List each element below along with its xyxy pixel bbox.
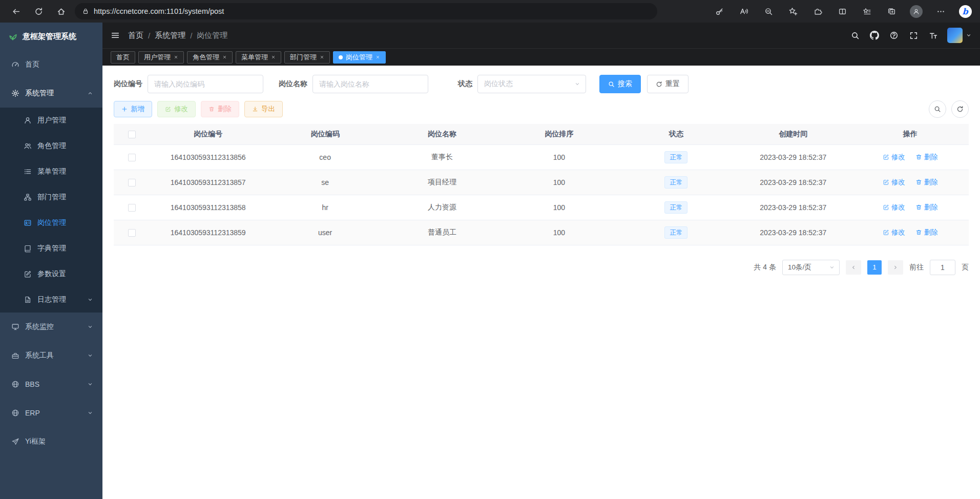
- split-screen-button[interactable]: [835, 4, 850, 19]
- next-page-button[interactable]: [888, 260, 903, 275]
- add-button[interactable]: 新增: [114, 101, 152, 117]
- zoom-button[interactable]: [761, 4, 776, 19]
- edit-button[interactable]: 修改: [157, 101, 196, 117]
- reload-button[interactable]: [30, 3, 47, 20]
- add-favorite-button[interactable]: [785, 4, 801, 19]
- page-size-select[interactable]: 10条/页: [782, 260, 840, 275]
- tab[interactable]: 首页: [111, 51, 135, 64]
- sidebar-item[interactable]: 部门管理: [0, 184, 102, 210]
- sidebar-item[interactable]: 字典管理: [0, 236, 102, 261]
- pagination: 共 4 条 10条/页 1 前往 页: [114, 260, 969, 275]
- address-bar[interactable]: https://ccnetcore.com:1101/system/post: [75, 3, 657, 19]
- row-edit-button[interactable]: 修改: [883, 228, 905, 237]
- page-number-button[interactable]: 1: [867, 260, 882, 275]
- row-checkbox[interactable]: [128, 154, 136, 161]
- favorites-button[interactable]: [859, 4, 874, 19]
- row-delete-button[interactable]: 删除: [915, 203, 938, 212]
- sidebar-item[interactable]: 系统监控: [0, 313, 102, 341]
- sidebar-item[interactable]: BBS: [0, 370, 102, 399]
- menu-item-label: 部门管理: [37, 193, 93, 202]
- row-delete-button[interactable]: 删除: [915, 153, 938, 162]
- delete-button[interactable]: 删除: [201, 101, 239, 117]
- sidebar-item[interactable]: Yi框架: [0, 427, 102, 456]
- sidebar-item[interactable]: 角色管理: [0, 133, 102, 159]
- browser-nav-buttons: [7, 3, 70, 20]
- menu-item-icon: [24, 270, 32, 278]
- back-button[interactable]: [7, 3, 25, 20]
- menu-item-label: 菜单管理: [37, 167, 93, 176]
- sidebar-item[interactable]: ERP: [0, 399, 102, 427]
- menu-item-label: 用户管理: [37, 116, 93, 125]
- search-icon: [608, 81, 615, 88]
- help-button[interactable]: [885, 26, 903, 45]
- password-key-button[interactable]: [712, 4, 727, 19]
- menu-item-label: 参数设置: [37, 269, 93, 279]
- post-code-input[interactable]: [148, 75, 263, 93]
- browser-menu-button[interactable]: [933, 4, 948, 19]
- row-edit-button[interactable]: 修改: [883, 153, 905, 162]
- github-button[interactable]: [865, 26, 884, 45]
- sidebar-item[interactable]: 岗位管理: [0, 210, 102, 236]
- sidebar-item[interactable]: 系统工具: [0, 341, 102, 370]
- site-info-icon[interactable]: [82, 8, 89, 15]
- tab-close-icon[interactable]: [320, 55, 324, 59]
- breadcrumb-item[interactable]: 系统管理: [155, 31, 185, 40]
- app-title: 意框架管理系统: [23, 32, 76, 41]
- user-avatar[interactable]: [947, 28, 963, 43]
- goto-page-input[interactable]: [930, 260, 955, 275]
- menu-chevron-icon: [87, 381, 93, 387]
- row-delete-button[interactable]: 删除: [915, 228, 938, 237]
- header-search-button[interactable]: [846, 26, 864, 45]
- tab-close-icon[interactable]: [174, 55, 178, 59]
- row-edit-button[interactable]: 修改: [883, 203, 905, 212]
- search-button[interactable]: 搜索: [599, 75, 641, 93]
- sidebar-item[interactable]: 系统管理: [0, 79, 102, 108]
- tab-close-icon[interactable]: [222, 55, 227, 59]
- tab[interactable]: 菜单管理: [236, 51, 281, 64]
- tab[interactable]: 岗位管理: [333, 51, 386, 64]
- row-edit-button[interactable]: 修改: [883, 178, 905, 187]
- row-checkbox[interactable]: [128, 229, 136, 237]
- sidebar-item[interactable]: 首页: [0, 50, 102, 79]
- sidebar-item[interactable]: 参数设置: [0, 261, 102, 287]
- copilot-button[interactable]: b: [957, 4, 973, 19]
- edit-icon: [883, 204, 889, 211]
- tab-close-icon[interactable]: [376, 55, 380, 59]
- breadcrumb-item[interactable]: 首页: [128, 31, 143, 40]
- user-menu-caret-icon[interactable]: [966, 32, 972, 38]
- font-size-button[interactable]: [924, 26, 942, 45]
- cell-created-time: 2023-03-29 18:52:37: [735, 170, 851, 195]
- row-checkbox[interactable]: [128, 179, 136, 186]
- toggle-search-button[interactable]: [929, 100, 946, 118]
- export-button[interactable]: 导出: [244, 101, 283, 117]
- row-checkbox[interactable]: [128, 204, 136, 212]
- menu-chevron-icon: [87, 90, 93, 96]
- row-delete-button[interactable]: 删除: [915, 178, 938, 187]
- tab[interactable]: 角色管理: [187, 51, 233, 64]
- reset-button[interactable]: 重置: [647, 75, 689, 93]
- breadcrumb-item[interactable]: 岗位管理: [197, 31, 227, 40]
- prev-page-button[interactable]: [846, 260, 861, 275]
- home-button[interactable]: [52, 3, 70, 20]
- collections-button[interactable]: [884, 4, 899, 19]
- sidebar-item[interactable]: 日志管理: [0, 287, 102, 313]
- browser-profile-button[interactable]: [908, 4, 924, 19]
- menu-item-label: 角色管理: [37, 141, 93, 151]
- cell-post-name: 普通员工: [384, 220, 501, 245]
- page-size-value: 10条/页: [788, 263, 811, 272]
- post-name-input[interactable]: [312, 75, 428, 93]
- sidebar-item[interactable]: 菜单管理: [0, 159, 102, 184]
- status-select[interactable]: 岗位状态: [477, 75, 586, 93]
- tab[interactable]: 用户管理: [138, 51, 184, 64]
- read-aloud-button[interactable]: [736, 4, 752, 19]
- sidebar-toggle-button[interactable]: [111, 31, 120, 40]
- extensions-button[interactable]: [810, 4, 825, 19]
- menu-item-icon: [11, 409, 19, 417]
- sidebar-item[interactable]: 用户管理: [0, 108, 102, 133]
- fullscreen-button[interactable]: [904, 26, 923, 45]
- tab-close-icon[interactable]: [271, 55, 276, 59]
- tab[interactable]: 部门管理: [284, 51, 330, 64]
- select-all-checkbox[interactable]: [128, 131, 136, 138]
- refresh-table-button[interactable]: [951, 100, 969, 118]
- cell-post-sort: 100: [501, 220, 617, 245]
